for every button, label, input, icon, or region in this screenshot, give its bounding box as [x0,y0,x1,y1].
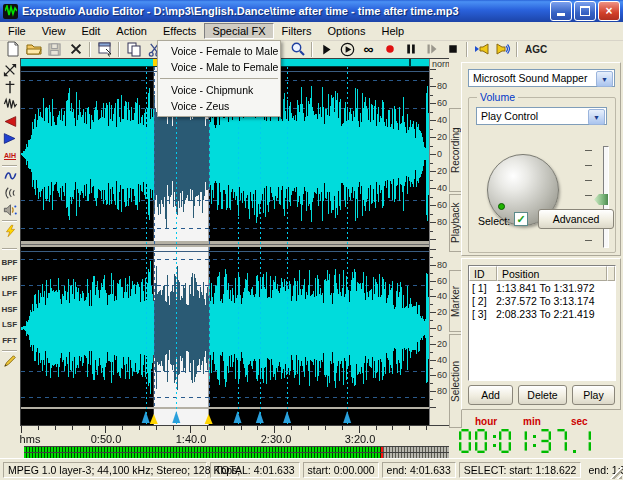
new-file-button[interactable] [2,41,23,58]
normalize-button[interactable]: AIH [2,147,18,163]
waveform-button[interactable] [2,96,18,112]
menu-item-effects[interactable]: Effects [155,23,204,39]
zoom-button[interactable] [287,41,308,58]
fx-menu-item-voice-chipmunk[interactable]: Voice - Chipmunk [158,82,280,98]
add-marker-button[interactable]: Add [468,385,513,405]
menu-item-view[interactable]: View [34,23,74,39]
amplify-button[interactable] [2,223,18,239]
scale-tick [430,328,436,329]
play-marker-button[interactable]: Play [572,385,615,405]
menu-item-edit[interactable]: Edit [73,23,108,39]
close-button[interactable]: × [598,1,620,21]
knob-indicator-dot [498,203,505,210]
column-header-id[interactable]: ID [469,266,497,281]
ruler-tick-label: 3:20.0 [345,433,376,445]
select-checkbox[interactable]: ✓ [514,212,528,226]
marker-list-header: ID Position [469,266,615,281]
menu-item-file[interactable]: File [0,23,34,39]
playback-page: Microsoft Sound Mapper ▼ Volume Play Con… [461,62,621,256]
scale-label: 40 [437,183,447,193]
title-bar: Expstudio Audio Editor - D:\mp3\English.… [0,0,623,22]
volume-control-combo[interactable]: Play Control ▼ [476,107,607,125]
agc-toggle[interactable]: AGC [525,44,547,55]
fft-filter-button[interactable]: FFT [1,334,18,347]
lsf-filter-button[interactable]: LSF [1,318,18,331]
maximize-icon [580,6,590,16]
pan-arrows-button[interactable] [2,62,18,78]
marker-position: 2:08.233 To 2:21.419 [496,308,615,320]
save-button[interactable] [44,41,65,58]
hsf-filter-button[interactable]: HSF [1,303,18,316]
resize-grip[interactable] [609,466,622,479]
menu-item-filters[interactable]: Filters [274,23,320,39]
delete-marker-button[interactable]: Delete [518,385,567,405]
scale-tick [430,304,433,305]
play-button[interactable] [316,41,337,58]
menu-item-help[interactable]: Help [373,23,412,39]
toolbar-separator [89,42,91,57]
vibrato-button[interactable] [2,185,18,201]
scale-tick [430,137,436,138]
delete-button[interactable] [65,41,86,58]
properties-button[interactable] [94,41,115,58]
time-ruler[interactable] [20,426,452,434]
marker-row[interactable]: [ 2] 2:37.572 To 3:13.174 [469,294,615,307]
waveform-canvas[interactable] [21,67,429,425]
fx-menu-item-voice-female-to-male[interactable]: Voice - Female to Male [158,43,280,59]
device-combo[interactable]: Microsoft Sound Mapper ▼ [468,69,615,87]
menu-item-special-fx[interactable]: Special FX [204,23,273,39]
menu-item-action[interactable]: Action [108,23,155,39]
vibrato-icon [3,186,17,200]
scale-tick [430,360,436,361]
marker-list[interactable]: ID Position [ 1] 1:13.841 To 1:31.972 [ … [468,265,616,381]
marker-row[interactable]: [ 3] 2:08.233 To 2:21.419 [469,307,615,320]
edit-pencil-button[interactable] [2,353,18,369]
amplify-lightning-icon [4,224,17,238]
lpf-filter-button[interactable]: LPF [1,287,18,300]
chevron-down-icon[interactable]: ▼ [588,109,605,125]
volume-group: Volume Play Control ▼ [468,97,616,253]
volume-slider-thumb[interactable] [594,194,608,205]
speaker-right-icon [495,41,511,57]
column-header-position[interactable]: Position [497,266,607,281]
fade-in-button[interactable] [2,113,18,129]
open-file-button[interactable] [23,41,44,58]
scale-tick [430,214,433,215]
speaker-right-button[interactable] [492,41,513,58]
menu-item-options[interactable]: Options [320,23,374,39]
bpf-filter-button[interactable]: BPF [1,256,18,269]
select-label: Select: [478,215,510,227]
record-button[interactable] [379,41,400,58]
play-selection-button[interactable] [337,41,358,58]
copy-button[interactable] [123,41,144,58]
fx-menu-item-voice-male-to-female[interactable]: Voice - Male to Female [158,59,280,75]
scale-tick [430,120,436,121]
marker-cross-button[interactable] [2,79,18,95]
open-file-icon [26,41,42,57]
fx-menu-item-voice-zeus[interactable]: Voice - Zeus [158,98,280,114]
play-icon [320,43,333,56]
maximize-button[interactable] [574,1,596,21]
status-format: MPEG 1.0 layer-3; 44,100 kHz; Stereo; 12… [3,462,207,478]
marker-position: 1:13.841 To 1:31.972 [496,282,615,294]
stop-button[interactable] [442,41,463,58]
advanced-button[interactable]: Advanced [538,209,614,229]
menu-bar: File View Edit Action Effects Special FX… [0,22,623,41]
step-forward-button[interactable] [421,41,442,58]
fade-out-button[interactable] [2,130,18,146]
play-selection-icon [340,42,355,57]
hpf-filter-button[interactable]: HPF [1,272,18,285]
scale-label: 60 [437,200,447,210]
toolbar-separator [118,42,120,57]
marker-row[interactable]: [ 1] 1:13.841 To 1:31.972 [469,281,615,294]
pause-button[interactable] [400,41,421,58]
speaker-left-button[interactable] [471,41,492,58]
speaker-fx-button[interactable] [2,202,18,218]
copy-icon [126,41,142,57]
chevron-down-icon[interactable]: ▼ [596,71,613,87]
left-strip-separator [2,248,17,250]
menu-separator [160,78,278,79]
minimize-button[interactable] [550,1,572,21]
loop-button[interactable]: ∞ [358,41,379,58]
echo-button[interactable] [2,168,18,184]
